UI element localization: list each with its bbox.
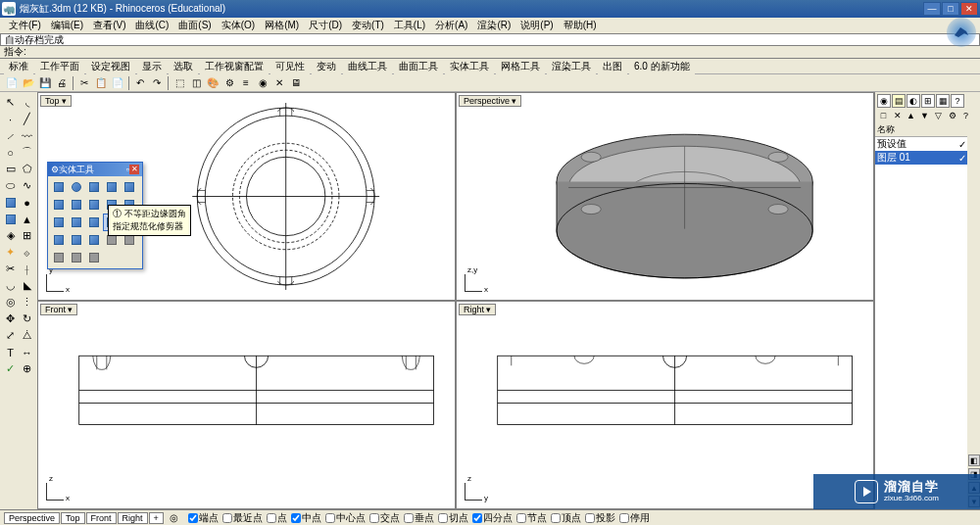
osnap-checkbox[interactable]: [222, 513, 232, 523]
tab-transform[interactable]: 变动: [312, 59, 341, 74]
mesh-icon[interactable]: ⊞: [19, 227, 35, 244]
sphere-icon[interactable]: ●: [19, 194, 35, 211]
cut-icon[interactable]: ✂: [76, 75, 92, 91]
tab-meshtools[interactable]: 网格工具: [496, 59, 545, 74]
osnap-checkbox[interactable]: [585, 513, 595, 523]
status-tab-top[interactable]: Top: [61, 512, 85, 524]
osnap-item[interactable]: 顶点: [551, 511, 581, 525]
osnap-checkbox[interactable]: [551, 513, 561, 523]
surface-icon[interactable]: ◈: [2, 227, 19, 244]
render-icon[interactable]: 🎨: [205, 75, 220, 91]
solid-face-icon[interactable]: [68, 231, 85, 249]
menu-curve[interactable]: 曲线(C): [130, 19, 173, 32]
layer-row[interactable]: 预设值 ✓: [875, 137, 980, 151]
osnap-item[interactable]: 最近点: [222, 511, 263, 525]
layer-row[interactable]: 图层 01 ✓: [875, 151, 980, 165]
layer-down-icon[interactable]: ▼: [918, 110, 931, 122]
polygon-icon[interactable]: ⬠: [19, 161, 35, 177]
move-icon[interactable]: ✥: [2, 310, 19, 327]
panel-tab-help[interactable]: ?: [951, 94, 964, 108]
paste-icon[interactable]: 📄: [110, 75, 125, 91]
open-icon[interactable]: 📂: [21, 75, 36, 91]
osnap-item[interactable]: 点: [267, 511, 287, 525]
viewport-front[interactable]: Front ▾ z x: [38, 302, 455, 508]
ungroup-icon[interactable]: ◫: [188, 75, 204, 91]
viewport-perspective-label[interactable]: Perspective ▾: [459, 95, 521, 107]
viewport-right[interactable]: Right ▾ z y: [457, 302, 873, 508]
tab-curvetools[interactable]: 曲线工具: [343, 59, 392, 74]
mirror-icon[interactable]: ⧊: [19, 327, 35, 344]
viewport-top-label[interactable]: Top ▾: [40, 95, 72, 107]
osnap-item[interactable]: 四分点: [472, 511, 513, 525]
print-icon[interactable]: 🖨: [54, 75, 70, 91]
fillet-icon[interactable]: ◡: [2, 277, 19, 294]
menu-transform[interactable]: 变动(T): [347, 19, 389, 32]
trim-icon[interactable]: ✂: [2, 261, 19, 277]
solid-hole-icon[interactable]: [85, 231, 103, 249]
menu-solid[interactable]: 实体(O): [217, 19, 260, 32]
tab-setview[interactable]: 设定视图: [86, 59, 135, 74]
layer-up-icon[interactable]: ▲: [905, 110, 917, 122]
command-prompt[interactable]: 指令:: [0, 46, 980, 59]
menu-surface[interactable]: 曲面(S): [173, 19, 216, 32]
menu-tools[interactable]: 工具(L): [389, 19, 430, 32]
maximize-button[interactable]: □: [942, 2, 959, 16]
text-icon[interactable]: T: [2, 344, 19, 360]
layer-filter-icon[interactable]: ▽: [932, 110, 945, 122]
status-tab-front[interactable]: Front: [86, 512, 117, 524]
palette-close-icon[interactable]: ✕: [129, 165, 139, 174]
osnap-item[interactable]: 端点: [188, 511, 219, 525]
osnap-item[interactable]: 垂点: [404, 511, 434, 525]
layer-help-icon[interactable]: ?: [959, 110, 972, 122]
tab-display[interactable]: 显示: [137, 59, 167, 74]
point-icon[interactable]: ·: [2, 111, 19, 127]
osnap-checkbox[interactable]: [188, 513, 198, 523]
solid-torus-icon[interactable]: [121, 178, 138, 196]
solid-fillet-icon[interactable]: [85, 214, 103, 231]
circle-icon[interactable]: ○: [2, 144, 19, 161]
solid-pipe-icon[interactable]: [85, 196, 103, 214]
menu-render[interactable]: 渲染(R): [472, 19, 515, 32]
tab-rendertools[interactable]: 渲染工具: [547, 59, 596, 74]
properties-icon[interactable]: ◉: [255, 75, 270, 91]
display-icon[interactable]: 🖥: [288, 75, 304, 91]
analyze-icon[interactable]: ⊕: [19, 360, 35, 377]
split-icon[interactable]: ⟊: [19, 261, 35, 277]
osnap-checkbox[interactable]: [438, 513, 448, 523]
lasso-icon[interactable]: ◟: [19, 94, 35, 111]
chamfer-icon[interactable]: ◣: [19, 277, 35, 294]
save-icon[interactable]: 💾: [37, 75, 53, 91]
rotate-icon[interactable]: ↻: [19, 310, 35, 327]
osnap-checkbox[interactable]: [404, 513, 414, 523]
cylinder-icon[interactable]: [2, 211, 19, 227]
layer-new-icon[interactable]: □: [877, 110, 890, 122]
solid-diff-icon[interactable]: [50, 214, 68, 231]
curve-icon[interactable]: 〰: [19, 127, 35, 144]
osnap-checkbox[interactable]: [325, 513, 335, 523]
rectangle-icon[interactable]: ▭: [2, 161, 19, 177]
osnap-checkbox[interactable]: [369, 513, 379, 523]
osnap-checkbox[interactable]: [472, 513, 482, 523]
scroll-btn[interactable]: ◧: [968, 454, 980, 466]
close-button[interactable]: ✕: [960, 2, 978, 16]
solid-wire3-icon[interactable]: [50, 249, 68, 266]
tab-drafting[interactable]: 出图: [598, 59, 627, 74]
curve2-icon[interactable]: ∿: [19, 177, 35, 194]
cone-icon[interactable]: ▲: [19, 211, 35, 227]
viewport-front-label[interactable]: Front ▾: [40, 304, 77, 315]
solid-extrude-icon[interactable]: [50, 196, 68, 214]
osnap-item[interactable]: 切点: [438, 511, 468, 525]
layer-tools-icon[interactable]: ⚙: [946, 110, 958, 122]
arc-icon[interactable]: ⌒: [19, 144, 35, 161]
menu-file[interactable]: 文件(F): [4, 19, 46, 32]
osnap-item[interactable]: 交点: [369, 511, 400, 525]
osnap-item[interactable]: 投影: [585, 511, 615, 525]
panel-tab-properties[interactable]: ◉: [877, 94, 891, 108]
osnap-item[interactable]: 节点: [516, 511, 547, 525]
layer-delete-icon[interactable]: ✕: [891, 110, 904, 122]
menu-edit[interactable]: 编辑(E): [46, 19, 88, 32]
osnap-item[interactable]: 中点: [291, 511, 321, 525]
menu-panels[interactable]: 说明(P): [515, 19, 558, 32]
minimize-button[interactable]: —: [923, 2, 941, 16]
osnap-checkbox[interactable]: [267, 513, 276, 523]
